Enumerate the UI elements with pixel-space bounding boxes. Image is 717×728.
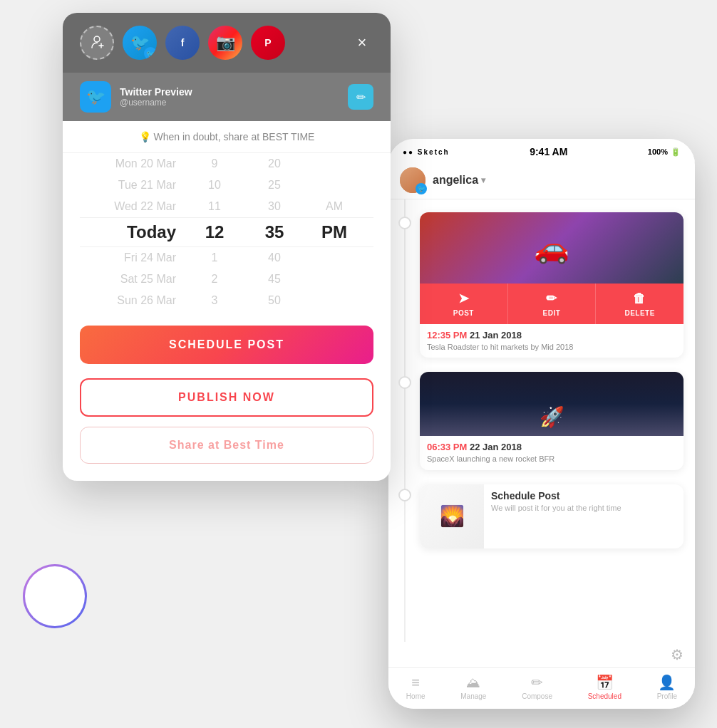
picker-day-sun: Sun 26 Mar xyxy=(98,294,176,307)
nav-scheduled[interactable]: 📅 Scheduled xyxy=(588,674,621,700)
circle-decoration xyxy=(23,564,87,628)
post-info-spacex: 06:33 PM 22 Jan 2018 SpaceX launching a … xyxy=(420,436,684,469)
twitter-preview-username: @username xyxy=(120,98,192,108)
timeline-item: ➤ POST ✏ EDIT 🗑 DELETE xyxy=(388,207,695,366)
picker-row-fri: Fri 24 Mar 1 40 xyxy=(80,247,373,269)
picker-container[interactable]: Mon 20 Mar 9 20 Tue 21 Mar 10 25 Wed 22 … xyxy=(63,153,391,311)
edit-preview-button[interactable]: ✏ xyxy=(348,84,373,110)
nav-manage[interactable]: ⛰ Manage xyxy=(460,675,486,700)
schedule-info: Schedule Post We will post it for you at… xyxy=(484,484,684,548)
post-card-tesla[interactable]: ➤ POST ✏ EDIT 🗑 DELETE xyxy=(420,212,684,358)
edit-button[interactable]: ✏ EDIT xyxy=(508,284,597,324)
post-time-tesla: 12:35 PM 21 Jan 2018 xyxy=(427,330,676,340)
schedule-desc: We will post it for you at the right tim… xyxy=(491,503,676,513)
dropdown-arrow-icon[interactable]: ▾ xyxy=(481,175,485,185)
battery-icon: 🔋 xyxy=(671,147,681,157)
post-icon: ➤ xyxy=(458,291,470,306)
picker-hour-tue: 10 xyxy=(193,179,236,192)
picker-min-fri: 40 xyxy=(253,251,296,264)
picker-min-sat: 45 xyxy=(253,273,296,286)
picker-period-today: PM xyxy=(313,222,356,242)
modal-top-bar: 🐦 🐦 f 📷 P × xyxy=(63,13,391,73)
post-info-tesla: 12:35 PM 21 Jan 2018 Tesla Roadster to h… xyxy=(420,324,684,358)
carrier-dots: ●● Sketch xyxy=(403,148,450,156)
twitter-platform-badge: 🐦 xyxy=(144,47,157,60)
facebook-avatar-img: f xyxy=(165,26,200,60)
post-desc-spacex: SpaceX launching a new rocket BFR xyxy=(427,454,676,464)
post-date-spacex: 22 Jan 2018 xyxy=(470,442,522,452)
svg-point-0 xyxy=(94,36,100,42)
post-button[interactable]: ➤ POST xyxy=(420,284,508,324)
mobile-frame: ●● Sketch 9:41 AM 100% 🔋 🐦 angelica ▾ xyxy=(388,139,695,709)
picker-hour-mon: 9 xyxy=(193,157,236,170)
pinterest-avatar-img: P xyxy=(251,26,285,60)
schedule-card-content: 🌄 Schedule Post We will post it for you … xyxy=(420,484,684,551)
social-account-instagram[interactable]: 📷 xyxy=(208,26,242,60)
picker-day-sat: Sat 25 Mar xyxy=(98,273,176,286)
post-time-value-spacex: 06:33 PM xyxy=(427,442,467,452)
delete-button[interactable]: 🗑 DELETE xyxy=(596,284,684,324)
social-account-twitter[interactable]: 🐦 🐦 xyxy=(123,26,157,60)
social-account-pinterest[interactable]: P xyxy=(251,26,285,60)
nav-compose[interactable]: ✏ Compose xyxy=(522,674,552,700)
profile-icon: 👤 xyxy=(658,674,676,691)
schedule-modal: 🐦 🐦 f 📷 P × 🐦 Twitter Preview @username … xyxy=(63,13,391,481)
social-account-facebook[interactable]: f xyxy=(165,26,200,60)
post-actions-bar: ➤ POST ✏ EDIT 🗑 DELETE xyxy=(420,284,684,324)
publish-now-button[interactable]: PUBLISH NOW xyxy=(80,378,373,417)
delete-label: DELETE xyxy=(624,309,654,317)
schedule-image: 🌄 xyxy=(420,484,484,548)
best-time-tip: 💡 When in doubt, share at BEST TIME xyxy=(63,121,391,153)
home-icon: ≡ xyxy=(411,675,420,691)
twitter-preview-text: Twitter Preview @username xyxy=(120,86,192,108)
post-content-tesla: ➤ POST ✏ EDIT 🗑 DELETE xyxy=(420,212,684,360)
picker-hour-sun: 3 xyxy=(193,294,236,307)
picker-day-mon: Mon 20 Mar xyxy=(98,157,176,170)
scheduled-label: Scheduled xyxy=(588,692,621,700)
post-time-value: 12:35 PM xyxy=(427,330,467,340)
post-desc-tesla: Tesla Roadster to hit markets by Mid 201… xyxy=(427,342,676,352)
status-time: 9:41 AM xyxy=(530,146,567,157)
car-image xyxy=(420,212,684,284)
timeline-item-spacex: 🚀 06:33 PM 22 Jan 2018 SpaceX launching … xyxy=(388,366,695,478)
nav-home[interactable]: ≡ Home xyxy=(406,675,425,700)
timeline-item-schedule: 🌄 Schedule Post We will post it for you … xyxy=(388,479,695,557)
add-account-button[interactable] xyxy=(80,26,114,60)
picker-min-wed: 30 xyxy=(253,200,296,213)
compose-icon: ✏ xyxy=(531,674,543,691)
twitter-preview-title: Twitter Preview xyxy=(120,86,192,98)
compose-label: Compose xyxy=(522,692,552,700)
profile-name[interactable]: angelica ▾ xyxy=(433,174,485,187)
nav-profile[interactable]: 👤 Profile xyxy=(657,674,677,700)
modal-close-button[interactable]: × xyxy=(351,31,373,54)
timeline-container: ➤ POST ✏ EDIT 🗑 DELETE xyxy=(388,199,695,642)
profile-bar[interactable]: 🐦 angelica ▾ xyxy=(388,162,695,199)
picker-row-tue: Tue 21 Mar 10 25 xyxy=(80,175,373,196)
edit-label: EDIT xyxy=(543,309,561,317)
schedule-title: Schedule Post xyxy=(491,490,676,501)
profile-label: Profile xyxy=(657,692,677,700)
post-date: 21 Jan 2018 xyxy=(470,330,522,340)
timeline-dot-spacex xyxy=(398,376,411,389)
edit-icon: ✏ xyxy=(546,291,557,306)
picker-row-today[interactable]: Today 12 35 PM xyxy=(80,217,373,247)
picker-day-fri: Fri 24 Mar xyxy=(98,251,176,264)
battery-label: 100% xyxy=(648,147,668,156)
close-icon: × xyxy=(358,33,367,52)
twitter-preview-bar: 🐦 Twitter Preview @username ✏ xyxy=(63,73,391,121)
post-content-spacex: 🚀 06:33 PM 22 Jan 2018 SpaceX launching … xyxy=(420,372,684,472)
delete-icon: 🗑 xyxy=(633,291,646,306)
twitter-logo-icon: 🐦 xyxy=(86,88,105,106)
post-card-spacex[interactable]: 🚀 06:33 PM 22 Jan 2018 SpaceX launching … xyxy=(420,372,684,469)
schedule-post-card[interactable]: 🌄 Schedule Post We will post it for you … xyxy=(420,484,684,548)
picker-period-wed: AM xyxy=(313,200,356,213)
picker-day-today: Today xyxy=(98,222,176,242)
timeline-dot-schedule xyxy=(398,489,411,501)
manage-label: Manage xyxy=(460,692,486,700)
settings-icon[interactable]: ⚙ xyxy=(671,646,684,663)
username-label: angelica xyxy=(433,174,478,187)
share-best-time-button[interactable]: Share at Best Time xyxy=(80,427,373,464)
picker-rows: Mon 20 Mar 9 20 Tue 21 Mar 10 25 Wed 22 … xyxy=(80,153,373,311)
schedule-post-button[interactable]: SCHEDULE POST xyxy=(80,326,373,364)
picker-min-sun: 50 xyxy=(253,294,296,307)
